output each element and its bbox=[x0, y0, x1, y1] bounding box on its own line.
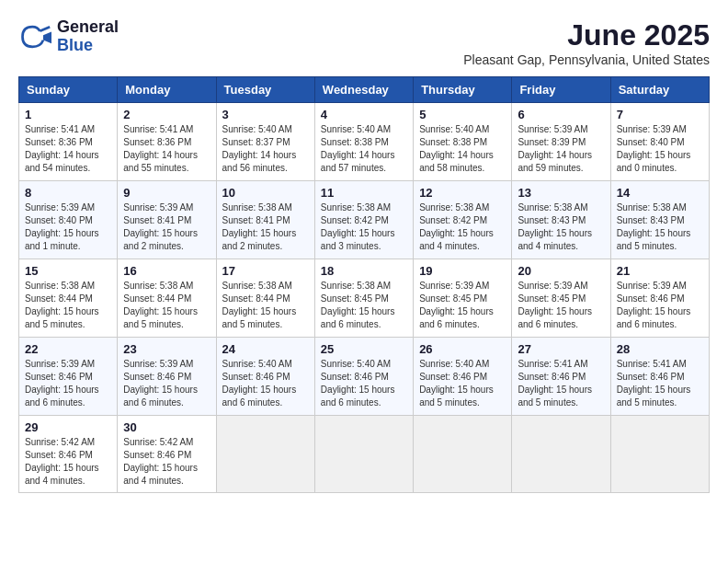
day-header-monday: Monday bbox=[118, 77, 216, 103]
day-number: 21 bbox=[617, 264, 703, 278]
day-cell: 19Sunrise: 5:39 AM Sunset: 8:45 PM Dayli… bbox=[414, 259, 512, 338]
day-cell: 18Sunrise: 5:38 AM Sunset: 8:45 PM Dayli… bbox=[314, 259, 413, 338]
cell-info: Sunrise: 5:38 AM Sunset: 8:44 PM Dayligh… bbox=[25, 280, 111, 331]
day-header-tuesday: Tuesday bbox=[216, 77, 314, 103]
cell-info: Sunrise: 5:39 AM Sunset: 8:40 PM Dayligh… bbox=[25, 201, 111, 253]
week-row: 29Sunrise: 5:42 AM Sunset: 8:46 PM Dayli… bbox=[19, 416, 710, 493]
day-number: 1 bbox=[25, 108, 111, 121]
day-cell: 8Sunrise: 5:39 AM Sunset: 8:40 PM Daylig… bbox=[19, 181, 118, 259]
cell-info: Sunrise: 5:38 AM Sunset: 8:44 PM Dayligh… bbox=[222, 280, 309, 331]
day-cell: 13Sunrise: 5:38 AM Sunset: 8:43 PM Dayli… bbox=[512, 181, 610, 259]
day-number: 8 bbox=[25, 186, 111, 200]
day-cell: 16Sunrise: 5:38 AM Sunset: 8:44 PM Dayli… bbox=[118, 259, 216, 338]
logo-general: General bbox=[57, 18, 119, 37]
day-header-wednesday: Wednesday bbox=[314, 77, 413, 103]
day-cell: 6Sunrise: 5:39 AM Sunset: 8:39 PM Daylig… bbox=[512, 103, 610, 181]
day-cell: 14Sunrise: 5:38 AM Sunset: 8:43 PM Dayli… bbox=[610, 181, 709, 259]
day-cell: 25Sunrise: 5:40 AM Sunset: 8:46 PM Dayli… bbox=[314, 338, 413, 416]
week-row: 1Sunrise: 5:41 AM Sunset: 8:36 PM Daylig… bbox=[19, 103, 710, 181]
day-cell: 9Sunrise: 5:39 AM Sunset: 8:41 PM Daylig… bbox=[118, 181, 216, 259]
day-header-thursday: Thursday bbox=[414, 77, 512, 103]
day-number: 16 bbox=[123, 264, 210, 278]
day-number: 26 bbox=[419, 342, 506, 356]
day-cell: 17Sunrise: 5:38 AM Sunset: 8:44 PM Dayli… bbox=[216, 259, 314, 338]
cell-info: Sunrise: 5:41 AM Sunset: 8:36 PM Dayligh… bbox=[25, 123, 111, 175]
day-number: 5 bbox=[419, 108, 506, 121]
day-number: 2 bbox=[123, 108, 210, 121]
cell-info: Sunrise: 5:38 AM Sunset: 8:42 PM Dayligh… bbox=[419, 201, 506, 253]
cell-info: Sunrise: 5:39 AM Sunset: 8:46 PM Dayligh… bbox=[123, 358, 210, 409]
day-cell: 28Sunrise: 5:41 AM Sunset: 8:46 PM Dayli… bbox=[610, 338, 709, 416]
cell-info: Sunrise: 5:38 AM Sunset: 8:41 PM Dayligh… bbox=[222, 201, 309, 253]
day-number: 12 bbox=[419, 186, 506, 200]
day-cell bbox=[314, 416, 413, 493]
day-cell: 23Sunrise: 5:39 AM Sunset: 8:46 PM Dayli… bbox=[118, 338, 216, 416]
cell-info: Sunrise: 5:39 AM Sunset: 8:46 PM Dayligh… bbox=[25, 358, 111, 409]
cell-info: Sunrise: 5:40 AM Sunset: 8:46 PM Dayligh… bbox=[222, 358, 309, 409]
day-number: 14 bbox=[617, 186, 703, 200]
day-number: 23 bbox=[123, 342, 210, 356]
day-cell bbox=[610, 416, 709, 493]
day-number: 17 bbox=[222, 264, 309, 278]
day-cell: 22Sunrise: 5:39 AM Sunset: 8:46 PM Dayli… bbox=[19, 338, 118, 416]
day-number: 22 bbox=[25, 342, 111, 356]
week-row: 15Sunrise: 5:38 AM Sunset: 8:44 PM Dayli… bbox=[19, 259, 710, 338]
week-row: 8Sunrise: 5:39 AM Sunset: 8:40 PM Daylig… bbox=[19, 181, 710, 259]
cell-info: Sunrise: 5:38 AM Sunset: 8:44 PM Dayligh… bbox=[123, 280, 210, 331]
day-header-friday: Friday bbox=[512, 77, 610, 103]
day-cell: 11Sunrise: 5:38 AM Sunset: 8:42 PM Dayli… bbox=[314, 181, 413, 259]
day-cell: 15Sunrise: 5:38 AM Sunset: 8:44 PM Dayli… bbox=[19, 259, 118, 338]
day-number: 24 bbox=[222, 342, 309, 356]
day-number: 25 bbox=[321, 342, 407, 356]
day-cell: 1Sunrise: 5:41 AM Sunset: 8:36 PM Daylig… bbox=[19, 103, 118, 181]
cell-info: Sunrise: 5:41 AM Sunset: 8:36 PM Dayligh… bbox=[123, 123, 210, 175]
cell-info: Sunrise: 5:39 AM Sunset: 8:40 PM Dayligh… bbox=[617, 123, 703, 175]
cell-info: Sunrise: 5:38 AM Sunset: 8:43 PM Dayligh… bbox=[518, 201, 604, 253]
day-cell: 3Sunrise: 5:40 AM Sunset: 8:37 PM Daylig… bbox=[216, 103, 314, 181]
cell-info: Sunrise: 5:42 AM Sunset: 8:46 PM Dayligh… bbox=[25, 436, 111, 488]
day-header-saturday: Saturday bbox=[610, 77, 709, 103]
day-cell: 26Sunrise: 5:40 AM Sunset: 8:46 PM Dayli… bbox=[414, 338, 512, 416]
day-cell: 10Sunrise: 5:38 AM Sunset: 8:41 PM Dayli… bbox=[216, 181, 314, 259]
cell-info: Sunrise: 5:39 AM Sunset: 8:45 PM Dayligh… bbox=[518, 280, 604, 331]
cell-info: Sunrise: 5:39 AM Sunset: 8:41 PM Dayligh… bbox=[123, 201, 210, 253]
day-number: 15 bbox=[25, 264, 111, 278]
cell-info: Sunrise: 5:39 AM Sunset: 8:45 PM Dayligh… bbox=[419, 280, 506, 331]
cell-info: Sunrise: 5:41 AM Sunset: 8:46 PM Dayligh… bbox=[518, 358, 604, 409]
day-cell: 20Sunrise: 5:39 AM Sunset: 8:45 PM Dayli… bbox=[512, 259, 610, 338]
day-header-sunday: Sunday bbox=[19, 77, 118, 103]
day-cell: 30Sunrise: 5:42 AM Sunset: 8:46 PM Dayli… bbox=[118, 416, 216, 493]
day-cell bbox=[216, 416, 314, 493]
logo-icon bbox=[18, 20, 51, 53]
cell-info: Sunrise: 5:38 AM Sunset: 8:45 PM Dayligh… bbox=[321, 280, 407, 331]
month-title: June 2025 bbox=[463, 18, 710, 52]
day-number: 11 bbox=[321, 186, 407, 200]
day-cell: 27Sunrise: 5:41 AM Sunset: 8:46 PM Dayli… bbox=[512, 338, 610, 416]
cell-info: Sunrise: 5:40 AM Sunset: 8:37 PM Dayligh… bbox=[222, 123, 309, 175]
calendar: SundayMondayTuesdayWednesdayThursdayFrid… bbox=[18, 76, 710, 493]
cell-info: Sunrise: 5:42 AM Sunset: 8:46 PM Dayligh… bbox=[123, 436, 210, 488]
logo: General Blue bbox=[18, 18, 119, 55]
day-cell: 2Sunrise: 5:41 AM Sunset: 8:36 PM Daylig… bbox=[118, 103, 216, 181]
day-cell: 21Sunrise: 5:39 AM Sunset: 8:46 PM Dayli… bbox=[610, 259, 709, 338]
day-number: 4 bbox=[321, 108, 407, 121]
day-number: 30 bbox=[123, 420, 210, 434]
header-row: SundayMondayTuesdayWednesdayThursdayFrid… bbox=[19, 77, 710, 103]
day-cell: 4Sunrise: 5:40 AM Sunset: 8:38 PM Daylig… bbox=[314, 103, 413, 181]
day-number: 28 bbox=[617, 342, 703, 356]
day-number: 27 bbox=[518, 342, 604, 356]
day-number: 29 bbox=[25, 420, 111, 434]
page-header: General Blue June 2025 Pleasant Gap, Pen… bbox=[18, 18, 710, 67]
day-number: 18 bbox=[321, 264, 407, 278]
cell-info: Sunrise: 5:39 AM Sunset: 8:46 PM Dayligh… bbox=[617, 280, 703, 331]
logo-blue: Blue bbox=[57, 37, 119, 55]
subtitle: Pleasant Gap, Pennsylvania, United State… bbox=[463, 52, 710, 67]
logo-text: General Blue bbox=[57, 18, 119, 55]
calendar-body: 1Sunrise: 5:41 AM Sunset: 8:36 PM Daylig… bbox=[19, 103, 710, 493]
cell-info: Sunrise: 5:38 AM Sunset: 8:42 PM Dayligh… bbox=[321, 201, 407, 253]
cell-info: Sunrise: 5:40 AM Sunset: 8:46 PM Dayligh… bbox=[419, 358, 506, 409]
cell-info: Sunrise: 5:39 AM Sunset: 8:39 PM Dayligh… bbox=[518, 123, 604, 175]
day-number: 10 bbox=[222, 186, 309, 200]
day-cell bbox=[512, 416, 610, 493]
day-cell: 24Sunrise: 5:40 AM Sunset: 8:46 PM Dayli… bbox=[216, 338, 314, 416]
